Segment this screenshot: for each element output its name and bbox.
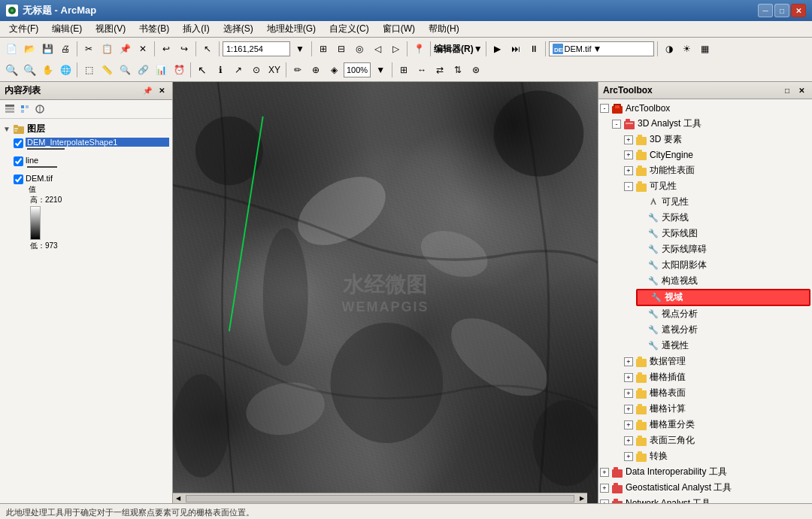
tb-brightness[interactable]: ☀ — [679, 41, 695, 57]
tb-hand-pan[interactable]: ✋ — [39, 62, 56, 78]
map-area[interactable]: 水经微图 WEMAPGIS ◀ ▶ — [173, 82, 598, 503]
tb-time[interactable]: ⏰ — [171, 62, 187, 78]
minimize-button[interactable]: ─ — [758, 4, 773, 17]
visibility-group[interactable]: - 可见性 — [624, 178, 810, 194]
tb-play[interactable]: ▶ — [489, 41, 506, 57]
scroll-left-btn[interactable]: ◀ — [173, 493, 183, 504]
tb-zoom-layer[interactable]: ⊟ — [333, 41, 350, 57]
layer-checkbox-3[interactable] — [14, 175, 23, 184]
viewshed-tool[interactable]: 🔧 视域 — [636, 289, 810, 306]
tb-misc5[interactable]: ⊛ — [468, 62, 484, 78]
3d-feature-expand[interactable]: + — [624, 135, 633, 144]
tb-georef[interactable]: 📍 — [411, 41, 427, 57]
3d-feature-item[interactable]: + 3D 要素 — [624, 132, 810, 147]
raster-surface-expand[interactable]: + — [624, 389, 633, 398]
dem-dropdown-arrow[interactable]: ▼ — [593, 44, 602, 54]
tb-new[interactable]: 📄 — [3, 41, 20, 57]
tb-world[interactable]: 🌐 — [57, 62, 74, 78]
scale-input[interactable] — [223, 41, 290, 56]
tb-zoom-pct[interactable]: ▼ — [372, 62, 389, 78]
tin-item[interactable]: + 表面三角化 — [624, 432, 810, 448]
tb-pause[interactable]: ⏸ — [526, 41, 542, 57]
tb-measure[interactable]: 📏 — [98, 62, 115, 78]
tb-undo[interactable]: ↩ — [158, 41, 174, 57]
tb-select-rect[interactable]: ⬚ — [80, 62, 97, 78]
tb-cut[interactable]: ✂ — [80, 41, 97, 57]
data-mgmt-expand[interactable]: + — [624, 357, 633, 366]
tb-copy[interactable]: 📋 — [98, 41, 115, 57]
tb-misc4[interactable]: ⇅ — [450, 62, 466, 78]
scroll-track-h[interactable] — [186, 495, 574, 502]
scroll-right-btn[interactable]: ▶ — [577, 493, 587, 504]
raster-interp-expand[interactable]: + — [624, 373, 633, 382]
menu-help[interactable]: 帮助(H) — [423, 21, 465, 37]
layer-checkbox-1[interactable] — [14, 138, 23, 148]
menu-select[interactable]: 选择(S) — [217, 21, 259, 37]
data-interop-expand[interactable]: + — [600, 468, 609, 477]
tb-arrow-tool[interactable]: ↖ — [199, 41, 216, 57]
tb-info[interactable]: ℹ — [212, 62, 229, 78]
editor-label[interactable]: 编辑器(R)▼ — [434, 43, 483, 56]
raster-calc-expand[interactable]: + — [624, 405, 633, 414]
toc-list-view[interactable] — [3, 102, 17, 116]
close-button[interactable]: ✕ — [791, 4, 806, 17]
sun-shadow-tool[interactable]: 🔧 太阳阴影体 — [636, 257, 810, 273]
intervisibility-tool[interactable]: 🔧 通视性 — [636, 338, 810, 354]
conversion-expand[interactable]: + — [624, 452, 633, 461]
toc-close[interactable]: ✕ — [156, 85, 168, 97]
data-mgmt-item[interactable]: + 数据管理 — [624, 354, 810, 369]
3d-analyst-expand[interactable]: - — [612, 120, 621, 129]
tb-snap[interactable]: ⊕ — [308, 62, 324, 78]
toolbox-close-btn[interactable]: ✕ — [795, 84, 807, 96]
observer-points-tool[interactable]: 🔧 视点分析 — [636, 306, 810, 322]
network-analyst-expand[interactable]: + — [600, 499, 609, 504]
network-analyst-group[interactable]: + Network Analyst 工具 — [600, 496, 810, 503]
visibility-tool[interactable]: 可见性 — [636, 194, 810, 210]
tb-clear-sel[interactable]: ⊙ — [248, 62, 265, 78]
layer-checkbox-2[interactable] — [14, 156, 23, 166]
tb-paste[interactable]: 📌 — [117, 41, 133, 57]
maximize-button[interactable]: □ — [774, 4, 789, 17]
geostat-expand[interactable]: + — [600, 484, 609, 493]
tb-redo[interactable]: ↪ — [176, 41, 192, 57]
toc-group-header[interactable]: ▼ 图层 — [3, 122, 169, 136]
map-hscroll[interactable]: ◀ ▶ — [173, 493, 587, 503]
tb-zoom-full[interactable]: ⊞ — [315, 41, 332, 57]
menu-edit[interactable]: 编辑(E) — [46, 21, 88, 37]
tb-misc2[interactable]: ↔ — [414, 62, 430, 78]
layer-name-line[interactable]: line — [26, 156, 169, 165]
func-surface-expand[interactable]: + — [624, 166, 633, 175]
layer-name-dem-tif[interactable]: DEM.tif — [26, 174, 169, 183]
tb-print[interactable]: 🖨 — [57, 41, 74, 57]
construct-sightline-tool[interactable]: 🔧 构造视线 — [636, 273, 810, 289]
tb-zoom-next[interactable]: ▷ — [387, 41, 404, 57]
visibility-expand[interactable]: - — [624, 182, 633, 191]
tb-save[interactable]: 💾 — [39, 41, 56, 57]
skyline-tool[interactable]: 🔧 天际线 — [636, 210, 810, 226]
layer-name-dem-interpolate[interactable]: DEM_InterpolateShape1 — [26, 138, 169, 147]
tb-pointer[interactable]: ↖ — [194, 62, 211, 78]
cityengine-expand[interactable]: + — [624, 150, 633, 159]
menu-insert[interactable]: 插入(I) — [177, 21, 215, 37]
tb-zoom-in[interactable]: 🔍 — [3, 62, 20, 78]
toolbox-expand-btn[interactable]: □ — [781, 84, 793, 96]
geostat-group[interactable]: + Geostatistical Analyst 工具 — [600, 480, 810, 496]
functional-surface-item[interactable]: + 功能性表面 — [624, 162, 810, 178]
skyline-barrier-tool[interactable]: 🔧 天际线障碍 — [636, 241, 810, 257]
menu-window[interactable]: 窗口(W) — [377, 21, 421, 37]
tb-contrast[interactable]: ◑ — [661, 41, 677, 57]
tb-topology[interactable]: ◈ — [326, 62, 342, 78]
cityengine-item[interactable]: + CityEngine — [624, 147, 810, 162]
raster-calc-item[interactable]: + 栅格计算 — [624, 401, 810, 417]
line-of-sight-tool[interactable]: 🔧 遮视分析 — [636, 322, 810, 338]
tb-step[interactable]: ⏭ — [508, 41, 524, 57]
skyline-graph-tool[interactable]: 🔧 天际线图 — [636, 226, 810, 241]
tb-misc1[interactable]: ⊞ — [395, 62, 412, 78]
tb-open[interactable]: 📂 — [21, 41, 38, 57]
tb-graph[interactable]: 📊 — [153, 62, 169, 78]
menu-bookmark[interactable]: 书签(B) — [133, 21, 175, 37]
tb-zoom-select[interactable]: ◎ — [351, 41, 368, 57]
tb-edit-tools[interactable]: ✏ — [289, 62, 306, 78]
tb-zoom-prev[interactable]: ◁ — [369, 41, 386, 57]
toc-by-drawing[interactable] — [18, 102, 32, 116]
